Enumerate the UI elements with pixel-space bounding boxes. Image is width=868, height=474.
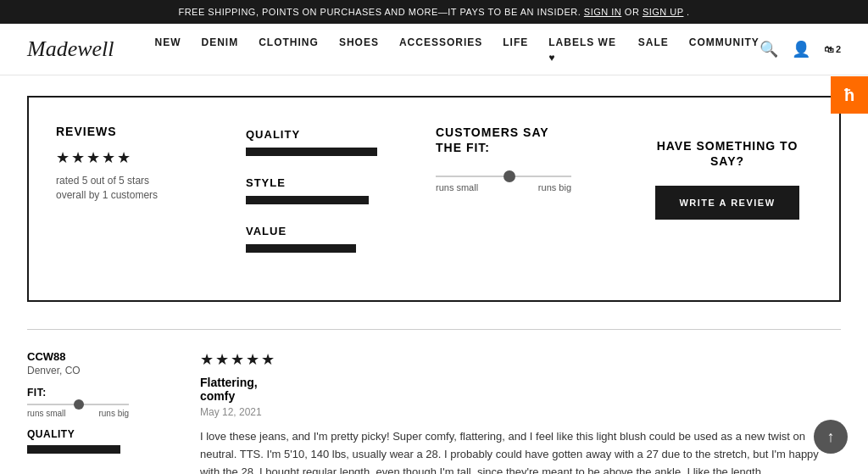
fit-labels: runs small runs big: [436, 182, 571, 192]
fit-slider: runs small runs big: [436, 169, 622, 199]
rev-star-5: ★: [261, 350, 275, 369]
honey-button[interactable]: ħ: [831, 76, 868, 114]
nav-item-life[interactable]: LIFE: [503, 34, 528, 64]
banner-text: FREE SHIPPING, POINTS ON PURCHASES AND M…: [178, 7, 581, 17]
nav-link-sale[interactable]: SALE: [638, 36, 669, 48]
nav-link-life[interactable]: LIFE: [503, 36, 528, 48]
reviewer-quality-label: QUALITY: [27, 428, 180, 440]
review-stars: ★ ★ ★ ★ ★: [200, 350, 841, 369]
nav-links: NEW DENIM CLOTHING SHOES ACCESSORIES LIF…: [155, 34, 760, 64]
nav-link-labels[interactable]: LABELS WE ♥: [548, 36, 616, 64]
search-icon[interactable]: 🔍: [760, 40, 778, 59]
sign-in-link[interactable]: SIGN IN: [584, 7, 621, 17]
rev-star-1: ★: [200, 350, 214, 369]
style-label: STYLE: [246, 176, 415, 189]
reviews-divider: [27, 329, 841, 330]
logo[interactable]: Madewell: [27, 36, 114, 62]
reviewer-quality-bar: [27, 445, 120, 454]
rating-bars: QUALITY STYLE VALUE: [246, 125, 415, 273]
nav-link-community[interactable]: COMMUNITY: [689, 36, 760, 48]
scroll-top-icon: ↑: [827, 428, 835, 446]
reviewer-runs-small: runs small: [27, 409, 66, 418]
fit-track: [436, 176, 571, 177]
nav-link-denim[interactable]: DENIM: [202, 36, 239, 48]
rating-text: rated 5 out of 5 starsoverall by 1 custo…: [56, 174, 225, 203]
reviews-title: REVIEWS: [56, 125, 225, 138]
review-text: I love these jeans, and I'm pretty picky…: [200, 428, 841, 474]
fit-thumb: [504, 170, 515, 182]
nav-link-accessories[interactable]: ACCESSORIES: [399, 36, 482, 48]
reviewer-runs-big: runs big: [98, 409, 129, 418]
reviewer-fit-label: FIT:: [27, 387, 180, 399]
star-5: ★: [117, 148, 131, 167]
main-content: REVIEWS ★ ★ ★ ★ ★ rated 5 out of 5 stars…: [0, 75, 868, 474]
main-nav: Madewell NEW DENIM CLOTHING SHOES ACCESS…: [0, 24, 868, 75]
runs-small-label: runs small: [436, 182, 478, 192]
style-bar: [246, 196, 369, 204]
reviewer-fit-range: runs small runs big: [27, 409, 129, 418]
nav-link-new[interactable]: NEW: [155, 36, 181, 48]
scroll-top-button[interactable]: ↑: [814, 420, 848, 454]
nav-item-new[interactable]: NEW: [155, 34, 181, 64]
value-label: VALUE: [246, 225, 415, 237]
reviews-summary: REVIEWS ★ ★ ★ ★ ★ rated 5 out of 5 stars…: [56, 125, 225, 273]
write-review-button[interactable]: WRITE A REVIEW: [655, 186, 798, 220]
runs-big-label: runs big: [538, 182, 571, 192]
account-icon[interactable]: 👤: [792, 40, 810, 59]
review-item: CCW88 Denver, CO FIT: runs small runs bi…: [27, 350, 841, 474]
cart-count: 2: [836, 44, 841, 54]
rev-star-3: ★: [231, 350, 244, 369]
fit-section: CUSTOMERS SAYTHE FIT: runs small runs bi…: [436, 125, 622, 273]
sign-up-link[interactable]: SIGN UP: [643, 7, 684, 17]
top-banner: FREE SHIPPING, POINTS ON PURCHASES AND M…: [0, 0, 868, 24]
star-2: ★: [71, 148, 85, 167]
rev-star-4: ★: [246, 350, 259, 369]
star-rating: ★ ★ ★ ★ ★: [56, 148, 225, 167]
write-review-section: HAVE SOMETHING TO SAY? WRITE A REVIEW: [643, 125, 812, 273]
quality-label: QUALITY: [246, 128, 415, 141]
banner-or: OR: [625, 7, 640, 17]
have-something-title: HAVE SOMETHING TO SAY?: [643, 138, 812, 169]
nav-icons: 🔍 👤 🛍 2: [760, 40, 841, 59]
nav-item-shoes[interactable]: SHOES: [339, 34, 379, 64]
review-title: Flattering,comfy: [200, 376, 841, 403]
honey-icon: ħ: [844, 86, 854, 105]
nav-link-shoes[interactable]: SHOES: [339, 36, 379, 48]
nav-item-community[interactable]: COMMUNITY: [689, 34, 760, 64]
star-1: ★: [56, 148, 70, 167]
nav-item-denim[interactable]: DENIM: [202, 34, 239, 64]
reviewer-sidebar: CCW88 Denver, CO FIT: runs small runs bi…: [27, 350, 180, 474]
nav-item-sale[interactable]: SALE: [638, 34, 669, 64]
value-bar: [246, 244, 356, 253]
review-date: May 12, 2021: [200, 406, 841, 418]
nav-item-accessories[interactable]: ACCESSORIES: [399, 34, 482, 64]
fit-title: CUSTOMERS SAYTHE FIT:: [436, 125, 622, 155]
reviewer-location: Denver, CO: [27, 365, 180, 376]
reviewer-fit-track: [27, 404, 129, 405]
nav-item-clothing[interactable]: CLOTHING: [259, 34, 319, 64]
review-content: ★ ★ ★ ★ ★ Flattering,comfy May 12, 2021 …: [200, 350, 841, 474]
star-3: ★: [86, 148, 100, 167]
cart-icon[interactable]: 🛍 2: [824, 44, 841, 54]
nav-link-clothing[interactable]: CLOTHING: [259, 36, 319, 48]
reviews-section: REVIEWS ★ ★ ★ ★ ★ rated 5 out of 5 stars…: [27, 96, 841, 302]
nav-item-labels[interactable]: LABELS WE ♥: [548, 34, 618, 64]
reviewer-username: CCW88: [27, 350, 180, 363]
banner-end: .: [687, 7, 690, 17]
quality-bar: [246, 148, 377, 156]
reviewer-fit-thumb: [74, 399, 84, 410]
star-4: ★: [102, 148, 115, 167]
rev-star-2: ★: [215, 350, 229, 369]
